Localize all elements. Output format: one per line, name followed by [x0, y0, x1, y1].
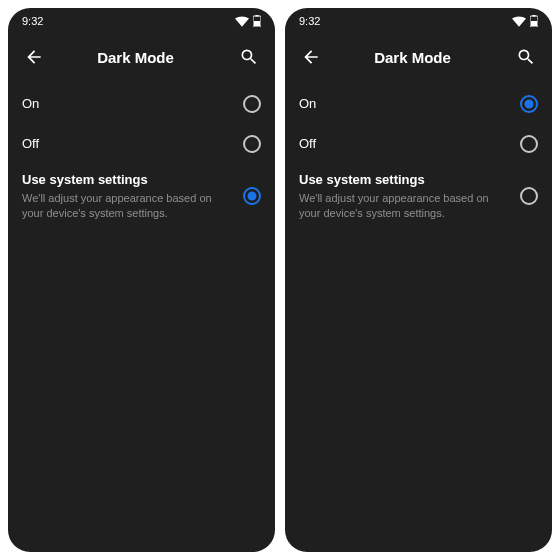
option-system[interactable]: Use system settings We'll adjust your ap…: [299, 164, 538, 229]
radio-off[interactable]: [520, 135, 538, 153]
search-button[interactable]: [510, 41, 542, 73]
search-icon: [516, 47, 536, 67]
status-time: 9:32: [299, 15, 320, 27]
search-button[interactable]: [233, 41, 265, 73]
status-time: 9:32: [22, 15, 43, 27]
wifi-icon: [235, 16, 249, 27]
option-system-label: Use system settings: [299, 172, 510, 189]
option-off[interactable]: Off: [22, 124, 261, 164]
option-on-label: On: [22, 96, 233, 113]
page-title: Dark Mode: [323, 49, 502, 66]
radio-on[interactable]: [243, 95, 261, 113]
battery-icon: [253, 15, 261, 27]
option-system-label: Use system settings: [22, 172, 233, 189]
option-system-desc: We'll adjust your appearance based on yo…: [22, 191, 222, 221]
arrow-back-icon: [301, 47, 321, 67]
search-icon: [239, 47, 259, 67]
option-off-label: Off: [22, 136, 233, 153]
radio-system[interactable]: [520, 187, 538, 205]
radio-on[interactable]: [520, 95, 538, 113]
wifi-icon: [512, 16, 526, 27]
option-off-label: Off: [299, 136, 510, 153]
radio-off[interactable]: [243, 135, 261, 153]
option-system-desc: We'll adjust your appearance based on yo…: [299, 191, 499, 221]
status-icons: [235, 15, 261, 27]
svg-rect-5: [531, 21, 537, 26]
option-on[interactable]: On: [22, 84, 261, 124]
options-list: On Off Use system settings We'll adjust …: [8, 80, 275, 233]
arrow-back-icon: [24, 47, 44, 67]
radio-system[interactable]: [243, 187, 261, 205]
option-off[interactable]: Off: [299, 124, 538, 164]
svg-rect-4: [533, 15, 536, 17]
app-bar: Dark Mode: [285, 34, 552, 80]
option-on-label: On: [299, 96, 510, 113]
status-bar: 9:32: [285, 8, 552, 34]
svg-rect-1: [256, 15, 259, 17]
battery-icon: [530, 15, 538, 27]
phone-screen-left: 9:32 Dark Mode On Off Use system setting…: [8, 8, 275, 552]
option-on[interactable]: On: [299, 84, 538, 124]
app-bar: Dark Mode: [8, 34, 275, 80]
phone-screen-right: 9:32 Dark Mode On Off Use system setting…: [285, 8, 552, 552]
page-title: Dark Mode: [46, 49, 225, 66]
option-system[interactable]: Use system settings We'll adjust your ap…: [22, 164, 261, 229]
options-list: On Off Use system settings We'll adjust …: [285, 80, 552, 233]
svg-rect-2: [254, 21, 260, 26]
status-bar: 9:32: [8, 8, 275, 34]
status-icons: [512, 15, 538, 27]
